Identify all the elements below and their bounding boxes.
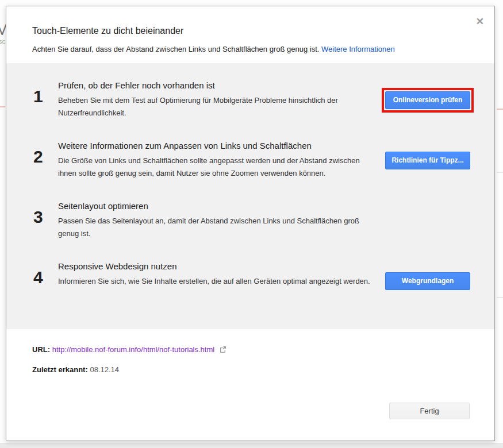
background-page-divider bbox=[497, 297, 503, 298]
external-link-icon[interactable] bbox=[220, 346, 226, 353]
background-page-text-fragment: sc bbox=[0, 38, 5, 45]
step-number: 4 bbox=[33, 261, 58, 292]
web-fundamentals-button[interactable]: Webgrundlagen bbox=[385, 272, 470, 290]
step-description: Beheben Sie mit dem Test auf Optimierung… bbox=[58, 94, 371, 119]
step-description: Informieren Sie sich, wie Sie Inhalte er… bbox=[58, 275, 371, 288]
last-detected-row: Zuletzt erkannt: 08.12.14 bbox=[32, 365, 469, 374]
background-page-divider bbox=[0, 106, 5, 107]
step-heading: Weitere Informationen zum Anpassen von L… bbox=[58, 141, 371, 150]
step-number: 1 bbox=[33, 80, 58, 119]
step-number: 3 bbox=[33, 201, 58, 240]
step-action: Richtlinien für Tippz... bbox=[385, 141, 470, 180]
step-number: 2 bbox=[33, 141, 58, 180]
last-detected-label: Zuletzt erkannt: bbox=[32, 365, 88, 374]
background-page-divider bbox=[497, 172, 503, 173]
more-information-link[interactable]: Weitere Informationen bbox=[321, 45, 395, 53]
dialog-title: Touch-Elemente zu dicht beieinander bbox=[32, 26, 460, 36]
url-row: URL: http://mobile.nof-forum.info/html/n… bbox=[32, 345, 469, 354]
step-row-2: 2 Weitere Informationen zum Anpassen von… bbox=[33, 141, 470, 180]
affected-url-link[interactable]: http://mobile.nof-forum.info/html/nof-tu… bbox=[52, 345, 215, 354]
last-detected-value: 08.12.14 bbox=[90, 365, 119, 374]
step-body: Weitere Informationen zum Anpassen von L… bbox=[58, 141, 371, 180]
dialog-subtitle: Achten Sie darauf, dass der Abstand zwis… bbox=[32, 45, 460, 53]
dialog-subtitle-text: Achten Sie darauf, dass der Abstand zwis… bbox=[32, 45, 319, 53]
step-body: Responsive Webdesign nutzen Informieren … bbox=[58, 261, 371, 292]
annotation-highlight-box: Onlineversion prüfen bbox=[382, 88, 474, 113]
step-body: Seitenlayout optimieren Passen Sie das S… bbox=[58, 201, 371, 240]
step-action: Onlineversion prüfen bbox=[385, 80, 470, 119]
tap-target-guidelines-button[interactable]: Richtlinien für Tippz... bbox=[385, 152, 470, 169]
close-icon[interactable]: ✕ bbox=[476, 17, 484, 26]
step-row-4: 4 Responsive Webdesign nutzen Informiere… bbox=[33, 261, 470, 292]
url-label: URL: bbox=[32, 345, 50, 354]
touch-elements-dialog: ✕ Touch-Elemente zu dicht beieinander Ac… bbox=[6, 6, 495, 441]
step-description: Die Größe von Links und Schaltflächen so… bbox=[58, 155, 371, 180]
dialog-header: Touch-Elemente zu dicht beieinander Acht… bbox=[6, 6, 494, 53]
steps-section: 1 Prüfen, ob der Fehler noch vorhanden i… bbox=[6, 63, 494, 329]
background-page-footer-strip bbox=[0, 443, 503, 448]
done-button[interactable]: Fertig bbox=[389, 403, 470, 419]
background-page-divider bbox=[497, 109, 503, 110]
step-heading: Responsive Webdesign nutzen bbox=[58, 261, 371, 271]
step-row-1: 1 Prüfen, ob der Fehler noch vorhanden i… bbox=[33, 80, 470, 119]
step-description: Passen Sie das Seitenlayout an, damit de… bbox=[58, 215, 371, 240]
step-row-3: 3 Seitenlayout optimieren Passen Sie das… bbox=[33, 201, 470, 240]
step-body: Prüfen, ob der Fehler noch vorhanden ist… bbox=[58, 80, 371, 119]
step-action: Webgrundlagen bbox=[385, 261, 470, 292]
step-heading: Prüfen, ob der Fehler noch vorhanden ist bbox=[58, 80, 371, 90]
check-live-version-button[interactable]: Onlineversion prüfen bbox=[385, 91, 470, 109]
step-heading: Seitenlayout optimieren bbox=[58, 201, 371, 211]
